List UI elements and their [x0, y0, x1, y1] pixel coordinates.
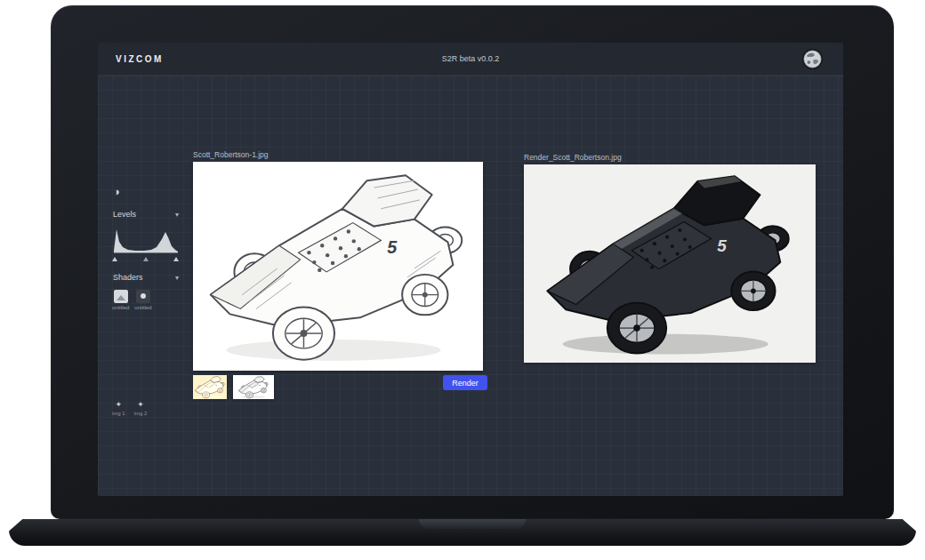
- levels-slider-black[interactable]: [112, 257, 117, 261]
- tool-item-1[interactable]: ✦ img 1: [112, 401, 125, 416]
- user-avatar[interactable]: [803, 50, 822, 68]
- laptop-base-notch: [419, 519, 526, 529]
- render-filename: Render_Scott_Robertson.jpg: [524, 153, 622, 162]
- shaders-label: Shaders: [113, 273, 143, 282]
- levels-slider-white[interactable]: [173, 257, 179, 261]
- sparkle-icon: ✦: [116, 401, 123, 409]
- history-thumbnail-1[interactable]: [193, 375, 227, 399]
- tool-item-2[interactable]: ✦ img 2: [134, 401, 148, 416]
- levels-slider-mid[interactable]: [143, 257, 149, 261]
- vehicle-sketch-image: [193, 162, 483, 371]
- history-thumbnail-2[interactable]: [233, 375, 274, 399]
- shader-thumbnail-dark: [136, 290, 150, 303]
- chevron-down-icon[interactable]: ▾: [175, 274, 179, 282]
- source-image-card[interactable]: [193, 162, 483, 371]
- tool-caption: img 2: [134, 411, 148, 416]
- brand-logo: VIZCOM: [116, 54, 164, 64]
- shader-item-2[interactable]: untitled: [134, 290, 151, 310]
- laptop-mockup: 5 VIZCOM S2R beta v0.0.2: [0, 0, 925, 560]
- levels-panel-header[interactable]: Levels ▾: [113, 210, 179, 219]
- source-filename: Scott_Robertson-1.jpg: [193, 150, 269, 159]
- chevron-down-icon[interactable]: ▾: [175, 211, 179, 219]
- levels-histogram[interactable]: [112, 224, 180, 265]
- app-title: S2R beta v0.0.2: [98, 54, 843, 63]
- render-image-card[interactable]: [524, 164, 816, 363]
- shader-thumbnail-light: [114, 290, 128, 303]
- tool-caption: img 1: [112, 411, 125, 416]
- app-window: VIZCOM S2R beta v0.0.2 ◑ Levels: [98, 43, 843, 496]
- vehicle-thumb-image: [233, 375, 274, 399]
- sparkle-icon: ✦: [137, 401, 144, 409]
- app-header: VIZCOM S2R beta v0.0.2: [98, 43, 843, 76]
- shader-name: untitled: [134, 305, 151, 310]
- shader-item-1[interactable]: untitled: [112, 290, 129, 310]
- shaders-panel-header[interactable]: Shaders ▾: [113, 273, 179, 282]
- contrast-icon[interactable]: ◑: [113, 186, 120, 197]
- vehicle-render-image: [524, 164, 816, 363]
- canvas-area: ◑ Levels ▾ Shaders ▾: [98, 76, 843, 496]
- shader-name: untitled: [112, 305, 129, 310]
- vehicle-thumb-image: [193, 375, 227, 399]
- levels-label: Levels: [113, 210, 136, 219]
- bottom-tools: ✦ img 1 ✦ img 2: [112, 401, 147, 416]
- shader-list: untitled untitled: [112, 290, 152, 310]
- render-button[interactable]: Render: [443, 375, 487, 390]
- laptop-frame: VIZCOM S2R beta v0.0.2 ◑ Levels: [51, 5, 894, 519]
- globe-icon: [803, 50, 822, 68]
